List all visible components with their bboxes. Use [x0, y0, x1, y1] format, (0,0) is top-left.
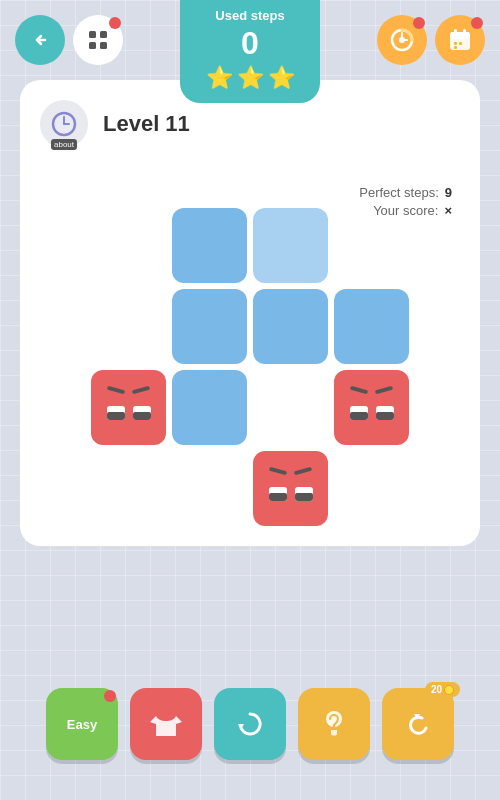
svg-rect-1 [100, 31, 107, 38]
back-button[interactable] [15, 15, 65, 65]
hint-button[interactable] [298, 688, 370, 760]
eye-right-1 [133, 406, 151, 420]
game-area [40, 208, 460, 526]
undo-button[interactable]: 20 [382, 688, 454, 760]
brow-left-3 [269, 467, 287, 476]
perfect-steps-value: 9 [445, 185, 452, 200]
svg-rect-11 [463, 29, 466, 35]
monster-face-2 [334, 370, 409, 445]
svg-rect-0 [89, 31, 96, 38]
grid-badge [109, 17, 121, 29]
easy-badge [104, 690, 116, 702]
cell-r4c4 [334, 451, 409, 526]
spin-button[interactable] [377, 15, 427, 65]
top-left-buttons [15, 15, 123, 65]
monster-face-3 [253, 451, 328, 526]
eye-left-3 [269, 487, 287, 501]
cell-r3c4-monster[interactable] [334, 370, 409, 445]
perfect-steps-label: Perfect steps: [359, 185, 438, 200]
level-title: Level 11 [103, 111, 190, 137]
brow-left-2 [350, 386, 368, 395]
timer-button[interactable]: about [40, 100, 88, 148]
cell-r2c3[interactable] [253, 289, 328, 364]
calendar-badge [471, 17, 483, 29]
brow-left-1 [107, 386, 125, 395]
grid-button[interactable] [73, 15, 123, 65]
cell-r3c3 [253, 370, 328, 445]
cell-r4c3-monster[interactable] [253, 451, 328, 526]
top-right-buttons [377, 15, 485, 65]
cell-r2c1 [91, 289, 166, 364]
score-info: Perfect steps: 9 Your score: × [359, 185, 452, 218]
eye-right-3 [295, 487, 313, 501]
stars-row: ⭐ ⭐ ⭐ [190, 65, 310, 91]
shirt-button[interactable] [130, 688, 202, 760]
game-grid [91, 208, 409, 526]
svg-rect-2 [89, 42, 96, 49]
eye-left-1 [107, 406, 125, 420]
bottom-toolbar: Easy 20 [0, 688, 500, 760]
cell-r1c1 [91, 208, 166, 283]
monster-eyes-1 [107, 406, 151, 420]
brow-right-3 [294, 467, 312, 476]
brow-right-2 [375, 386, 393, 395]
star-3: ⭐ [268, 65, 295, 91]
level-info: about Level 11 [40, 100, 460, 148]
svg-rect-12 [454, 42, 457, 45]
monster-eyes-3 [269, 487, 313, 501]
easy-button[interactable]: Easy [46, 688, 118, 760]
cell-r4c1 [91, 451, 166, 526]
cell-r2c4[interactable] [334, 289, 409, 364]
svg-rect-9 [450, 32, 470, 39]
spin-badge [413, 17, 425, 29]
eye-right-2 [376, 406, 394, 420]
cell-r2c2[interactable] [172, 289, 247, 364]
your-score-value: × [444, 203, 452, 218]
star-2: ⭐ [237, 65, 264, 91]
cell-r3c1-monster[interactable] [91, 370, 166, 445]
svg-rect-10 [454, 29, 457, 35]
cell-r4c2 [172, 451, 247, 526]
reset-button[interactable] [214, 688, 286, 760]
svg-rect-3 [100, 42, 107, 49]
svg-rect-13 [459, 42, 462, 45]
cell-r1c4 [334, 208, 409, 283]
main-card: about Level 11 Perfect steps: 9 Your sco… [20, 80, 480, 546]
coin-badge: 20 [425, 682, 460, 697]
brow-right-1 [132, 386, 150, 395]
monster-face-1 [91, 370, 166, 445]
cell-r1c3[interactable] [253, 208, 328, 283]
your-score-label: Your score: [373, 203, 438, 218]
star-1: ⭐ [206, 65, 233, 91]
used-steps-banner: Used steps 0 ⭐ ⭐ ⭐ [180, 0, 320, 103]
cell-r3c2[interactable] [172, 370, 247, 445]
coin-count: 20 [431, 684, 442, 695]
cell-r1c2[interactable] [172, 208, 247, 283]
svg-rect-14 [454, 46, 457, 49]
easy-label: Easy [67, 717, 97, 732]
used-steps-label: Used steps [190, 8, 310, 23]
eye-left-2 [350, 406, 368, 420]
used-steps-number: 0 [190, 27, 310, 59]
calendar-button[interactable] [435, 15, 485, 65]
coin-icon [444, 685, 454, 695]
timer-label: about [51, 139, 77, 150]
monster-eyes-2 [350, 406, 394, 420]
